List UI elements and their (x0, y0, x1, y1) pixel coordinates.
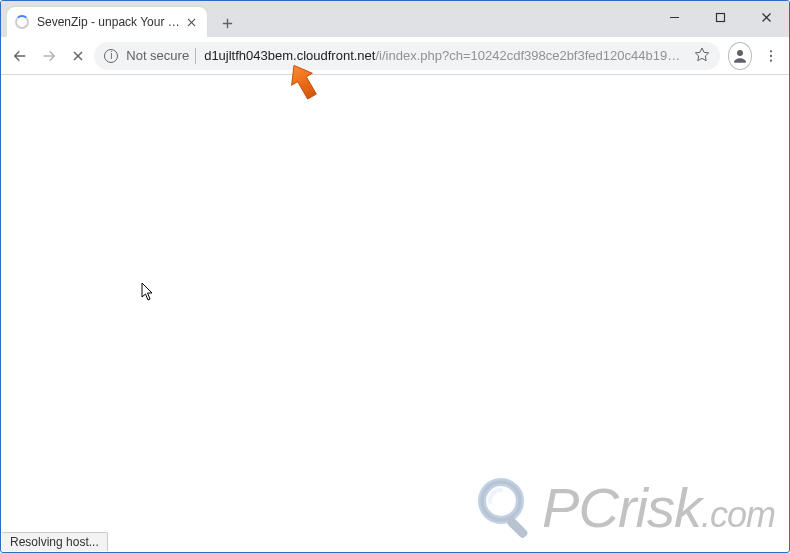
svg-point-14 (770, 50, 772, 52)
browser-tab[interactable]: SevenZip - unpack Your File Is Re (7, 7, 207, 37)
watermark: PCrisk.com (476, 475, 775, 540)
stop-reload-button[interactable] (65, 41, 90, 71)
menu-button[interactable] (760, 42, 783, 70)
url-path: /i/index.php?ch=10242cdf398ce2bf3fed120c… (375, 48, 685, 63)
svg-rect-19 (506, 516, 529, 539)
profile-button[interactable] (728, 42, 752, 70)
svg-marker-12 (695, 48, 708, 61)
svg-point-15 (770, 54, 772, 56)
watermark-text: PCrisk.com (542, 475, 775, 540)
back-button[interactable] (7, 41, 32, 71)
loading-spinner-icon (15, 15, 29, 29)
site-info-icon[interactable]: i (104, 49, 118, 63)
forward-button[interactable] (36, 41, 61, 71)
magnifier-icon (476, 476, 540, 540)
svg-point-13 (737, 50, 743, 56)
maximize-button[interactable] (697, 1, 743, 33)
new-tab-button[interactable] (213, 9, 241, 37)
security-label: Not secure (126, 48, 189, 63)
url-text: d1ujltfh043bem.cloudfront.net/i/index.ph… (204, 48, 686, 63)
svg-point-16 (770, 59, 772, 61)
address-bar[interactable]: i Not secure d1ujltfh043bem.cloudfront.n… (94, 42, 720, 70)
divider (195, 48, 196, 64)
status-text: Resolving host... (10, 535, 99, 549)
annotation-arrow-icon (281, 59, 325, 103)
window-controls (651, 1, 789, 33)
minimize-button[interactable] (651, 1, 697, 33)
bookmark-star-icon[interactable] (694, 46, 710, 65)
status-bar: Resolving host... (2, 532, 108, 551)
close-window-button[interactable] (743, 1, 789, 33)
mouse-cursor-icon (141, 282, 155, 302)
svg-rect-1 (716, 13, 724, 21)
svg-point-18 (482, 482, 520, 520)
toolbar: i Not secure d1ujltfh043bem.cloudfront.n… (1, 37, 789, 75)
tab-title: SevenZip - unpack Your File Is Re (37, 15, 183, 29)
close-tab-button[interactable] (183, 14, 199, 30)
